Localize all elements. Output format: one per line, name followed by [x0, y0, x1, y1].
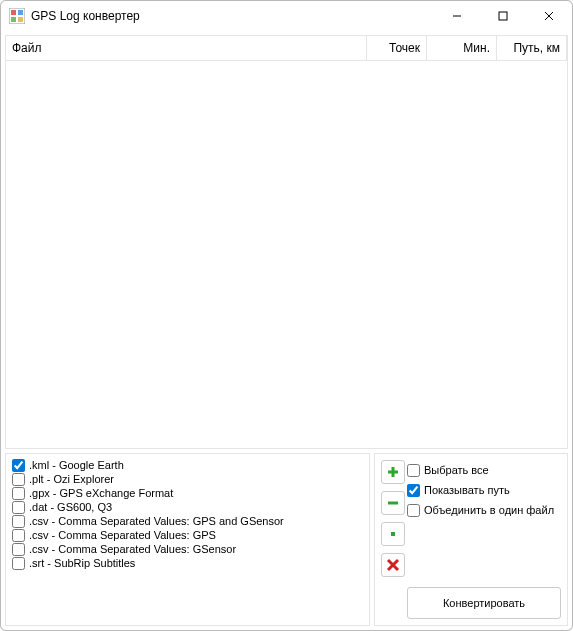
- delete-button[interactable]: [381, 553, 405, 577]
- format-list: .kml - Google Earth.plt - Ozi Explorer.g…: [5, 453, 370, 626]
- format-checkbox[interactable]: [12, 487, 25, 500]
- format-row[interactable]: .srt - SubRip Subtitles: [12, 556, 363, 570]
- format-row[interactable]: .csv - Comma Separated Values: GSensor: [12, 542, 363, 556]
- col-minutes[interactable]: Мин.: [427, 36, 497, 60]
- format-label: .dat - GS600, Q3: [29, 500, 112, 514]
- svg-rect-4: [18, 17, 23, 22]
- format-label: .csv - Comma Separated Values: GSensor: [29, 542, 236, 556]
- format-row[interactable]: .gpx - GPS eXchange Format: [12, 486, 363, 500]
- merge-label: Объединить в один файл: [424, 504, 554, 516]
- format-label: .srt - SubRip Subtitles: [29, 556, 135, 570]
- remove-button[interactable]: [381, 491, 405, 515]
- format-label: .kml - Google Earth: [29, 458, 124, 472]
- maximize-button[interactable]: [480, 1, 526, 31]
- col-file[interactable]: Файл: [6, 36, 367, 60]
- format-checkbox[interactable]: [12, 501, 25, 514]
- convert-button[interactable]: Конвертировать: [407, 587, 561, 619]
- format-label: .csv - Comma Separated Values: GPS and G…: [29, 514, 284, 528]
- col-points[interactable]: Точек: [367, 36, 427, 60]
- format-row[interactable]: .plt - Ozi Explorer: [12, 472, 363, 486]
- format-label: .csv - Comma Separated Values: GPS: [29, 528, 216, 542]
- option-merge[interactable]: Объединить в один файл: [407, 501, 561, 519]
- options-panel: Выбрать все Показывать путь Объединить в…: [374, 453, 568, 626]
- file-list-header: Файл Точек Мин. Путь, км: [6, 36, 567, 61]
- select-all-checkbox[interactable]: [407, 464, 420, 477]
- merge-checkbox[interactable]: [407, 504, 420, 517]
- window-title: GPS Log конвертер: [31, 9, 434, 23]
- format-checkbox[interactable]: [12, 529, 25, 542]
- svg-rect-12: [391, 532, 395, 536]
- option-show-path[interactable]: Показывать путь: [407, 481, 561, 499]
- add-button[interactable]: [381, 460, 405, 484]
- format-checkbox[interactable]: [12, 543, 25, 556]
- format-checkbox[interactable]: [12, 459, 25, 472]
- format-checkbox[interactable]: [12, 515, 25, 528]
- format-label: .gpx - GPS eXchange Format: [29, 486, 173, 500]
- select-all-label: Выбрать все: [424, 464, 489, 476]
- format-checkbox[interactable]: [12, 473, 25, 486]
- svg-rect-1: [11, 10, 16, 15]
- titlebar: GPS Log конвертер: [1, 1, 572, 31]
- svg-rect-2: [18, 10, 23, 15]
- show-path-checkbox[interactable]: [407, 484, 420, 497]
- svg-rect-6: [499, 12, 507, 20]
- svg-rect-3: [11, 17, 16, 22]
- format-row[interactable]: .dat - GS600, Q3: [12, 500, 363, 514]
- minimize-button[interactable]: [434, 1, 480, 31]
- close-button[interactable]: [526, 1, 572, 31]
- format-row[interactable]: .kml - Google Earth: [12, 458, 363, 472]
- format-label: .plt - Ozi Explorer: [29, 472, 114, 486]
- app-icon: [9, 8, 25, 24]
- format-row[interactable]: .csv - Comma Separated Values: GPS: [12, 528, 363, 542]
- file-list[interactable]: Файл Точек Мин. Путь, км: [5, 35, 568, 449]
- col-distance[interactable]: Путь, км: [497, 36, 567, 60]
- format-row[interactable]: .csv - Comma Separated Values: GPS and G…: [12, 514, 363, 528]
- file-list-body[interactable]: [6, 61, 567, 448]
- option-select-all[interactable]: Выбрать все: [407, 461, 561, 479]
- show-path-label: Показывать путь: [424, 484, 510, 496]
- clear-button[interactable]: [381, 522, 405, 546]
- format-checkbox[interactable]: [12, 557, 25, 570]
